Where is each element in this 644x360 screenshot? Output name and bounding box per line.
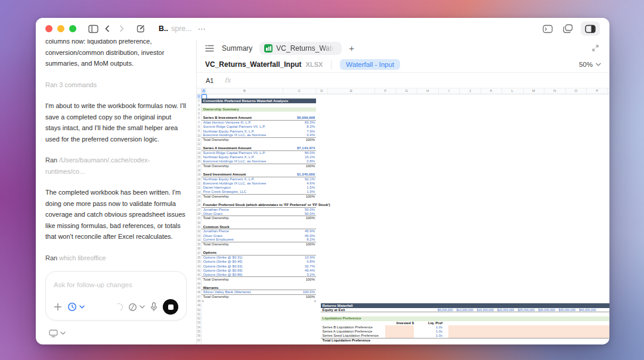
row-header[interactable]: 33 [197, 234, 201, 238]
column-header[interactable]: C [283, 88, 316, 94]
column-header[interactable]: G [397, 88, 418, 94]
row-header[interactable]: 13 [197, 147, 201, 151]
column-header[interactable]: D [316, 88, 328, 94]
row-header[interactable]: 21 [197, 181, 201, 186]
row-header[interactable]: 18 [197, 168, 201, 173]
column-header[interactable]: L [502, 88, 524, 94]
row-header[interactable]: 25 [197, 199, 201, 203]
row-header[interactable]: 47 [197, 295, 201, 299]
row-header[interactable]: 40 [197, 264, 201, 269]
row-header[interactable]: 34 [197, 238, 201, 242]
usage-selector-icon[interactable] [128, 303, 145, 312]
row-header[interactable]: 44 [197, 282, 201, 286]
invested-input-cell[interactable] [385, 325, 414, 330]
chat-command[interactable]: Ran /Users/baumann/.cache/codex-runtimes… [45, 155, 187, 177]
cell-reference[interactable]: A1 [206, 77, 213, 84]
row-header[interactable]: 5 [197, 112, 201, 116]
row-header[interactable]: 56 [197, 334, 201, 338]
add-tab-button[interactable]: + [349, 43, 354, 53]
row-header[interactable]: 42 [197, 273, 201, 277]
row-header[interactable]: 38 [197, 256, 201, 260]
column-header[interactable]: M [524, 88, 545, 94]
row-header[interactable]: 31 [197, 225, 201, 229]
title-more-icon[interactable]: ⋯ [198, 24, 206, 33]
column-header[interactable]: I [439, 88, 460, 94]
microphone-icon[interactable] [150, 302, 157, 312]
close-window-button[interactable] [45, 25, 52, 32]
column-header[interactable]: J [460, 88, 481, 94]
zoom-selector[interactable]: 50% [579, 61, 601, 68]
follow-up-input[interactable] [54, 281, 178, 288]
row-header[interactable]: 50 [197, 308, 201, 312]
column-header[interactable]: H [417, 88, 439, 94]
row-header[interactable]: 54 [197, 325, 201, 330]
row-header[interactable]: 1 [197, 94, 201, 99]
row-header[interactable]: 43 [197, 277, 201, 281]
attach-plus-icon[interactable] [54, 303, 62, 311]
row-header[interactable]: 41 [197, 269, 201, 273]
back-icon[interactable] [100, 21, 114, 36]
terminal-icon[interactable] [540, 21, 555, 36]
row-header[interactable]: 24 [197, 195, 201, 199]
row-header[interactable]: 22 [197, 186, 201, 190]
row-header[interactable]: 57 [197, 339, 201, 343]
right-sidebar-toggle-icon[interactable] [581, 21, 600, 36]
compose-icon[interactable] [134, 21, 148, 36]
row-header[interactable]: 35 [197, 242, 201, 247]
row-header[interactable]: 37 [197, 251, 201, 256]
row-header[interactable]: 49 [197, 303, 201, 307]
sheet-tab-pill[interactable]: Waterfall - Input [340, 59, 400, 70]
row-header[interactable]: 39 [197, 260, 201, 264]
forward-icon[interactable] [114, 21, 129, 36]
row-header[interactable]: 29 [197, 216, 201, 220]
tab-summary[interactable]: Summary [222, 44, 252, 53]
column-header[interactable]: N [544, 88, 566, 94]
row-header[interactable]: 46 [197, 290, 201, 294]
column-header[interactable]: K [481, 88, 503, 94]
row-header[interactable]: 55 [197, 330, 201, 334]
row-header[interactable]: 52 [197, 316, 201, 321]
sidebar-toggle-icon[interactable] [86, 21, 100, 36]
row-header[interactable]: 45 [197, 286, 201, 290]
row-header[interactable]: 8 [197, 125, 201, 129]
row-header[interactable]: 16 [197, 159, 201, 164]
row-header[interactable]: 36 [197, 247, 201, 251]
column-header[interactable]: O [566, 88, 587, 94]
row-header[interactable]: 7 [197, 121, 201, 125]
row-header[interactable]: 23 [197, 190, 201, 195]
row-header[interactable]: 48 [197, 299, 201, 303]
row-header[interactable]: 30 [197, 221, 201, 225]
tab-workbook[interactable]: VC_Returns_Waterf [259, 42, 342, 55]
row-header[interactable]: 10 [197, 134, 201, 138]
row-header[interactable]: 14 [197, 151, 201, 155]
column-header[interactable]: E [328, 88, 375, 94]
row-header[interactable]: 2 [197, 99, 201, 103]
row-header[interactable]: 12 [197, 142, 201, 146]
row-header[interactable]: 15 [197, 155, 201, 159]
copy-stack-icon[interactable] [561, 21, 575, 36]
column-header[interactable]: F [375, 88, 397, 94]
row-header[interactable]: 19 [197, 173, 201, 177]
row-header[interactable]: 3 [197, 103, 201, 107]
row-header[interactable]: 53 [197, 321, 201, 325]
stop-button[interactable] [163, 299, 178, 315]
row-header[interactable]: 27 [197, 208, 201, 212]
thread-list-icon[interactable] [204, 41, 215, 56]
invested-input-cell[interactable] [385, 334, 414, 337]
environment-selector[interactable] [45, 324, 187, 340]
row-header[interactable]: 51 [197, 312, 201, 316]
row-header[interactable]: 9 [197, 129, 201, 133]
row-header[interactable]: 32 [197, 229, 201, 233]
expand-icon[interactable] [588, 41, 602, 56]
zoom-window-button[interactable] [69, 25, 76, 32]
column-header[interactable]: A [202, 88, 206, 94]
row-header[interactable]: 20 [197, 177, 201, 181]
row-header[interactable]: 11 [197, 138, 201, 142]
composer[interactable] [45, 271, 187, 321]
minimize-window-button[interactable] [57, 25, 64, 32]
chat-command[interactable]: Ran which libreoffice [45, 253, 187, 264]
invested-input-cell[interactable] [385, 330, 414, 334]
row-header[interactable]: 28 [197, 212, 201, 216]
column-header[interactable]: P [587, 88, 608, 94]
model-selector-icon[interactable] [67, 302, 85, 312]
